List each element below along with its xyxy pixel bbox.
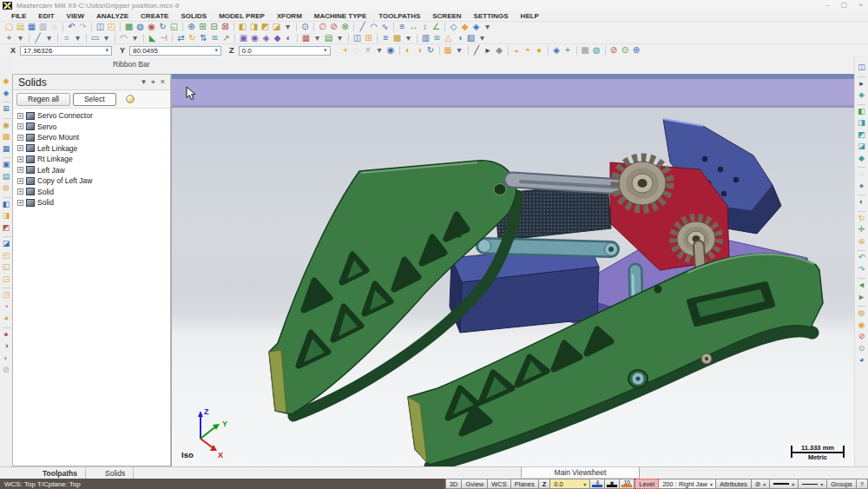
menu-solids[interactable]: SOLIDS — [174, 12, 213, 20]
status-3d-button[interactable]: 3D — [445, 479, 463, 489]
zoom-target-icon[interactable]: ⊕ — [186, 22, 197, 32]
z-coordinate-field[interactable]: 0.0▾ — [239, 46, 331, 56]
mirror-body-icon[interactable]: ◲ — [1, 274, 12, 287]
tree-item-solid[interactable]: +Solid — [13, 197, 170, 208]
menu-edit[interactable]: EDIT — [32, 12, 60, 20]
blank-solid-icon[interactable]: ◍ — [856, 308, 867, 320]
material-def-icon[interactable]: △ — [443, 33, 454, 43]
tab-solids[interactable]: Solids — [97, 467, 134, 479]
qm-all-icon[interactable]: ⊕ — [631, 45, 642, 56]
view-dropdown-icon[interactable]: ▾ — [482, 22, 493, 32]
gview-iso2-icon[interactable]: ◆ — [856, 154, 867, 166]
relief-icon[interactable]: ▩ — [1, 132, 12, 144]
tree-expander-icon[interactable]: + — [17, 178, 23, 184]
status-z-field[interactable]: 0.0 ▾ — [550, 479, 590, 489]
post-process-icon[interactable]: ▧ — [465, 33, 477, 43]
minimize-button[interactable]: – — [825, 1, 829, 9]
toolpath-pocket-icon[interactable]: ⊞ — [363, 33, 374, 43]
sim-verify-icon[interactable]: ◑ — [454, 33, 465, 43]
fast-point-icon[interactable]: ◐ — [403, 45, 414, 56]
tree-expander-icon[interactable]: + — [17, 145, 23, 151]
tree-item-servo[interactable]: +Servo — [13, 122, 170, 133]
menu-file[interactable]: FILE — [5, 12, 32, 20]
dynamic-spin-icon[interactable]: ↻ — [157, 22, 168, 32]
line-create-icon[interactable]: ╱ — [357, 22, 368, 32]
line-endpoints-icon[interactable]: ╱ — [32, 33, 43, 43]
rectangle-icon[interactable]: ▭ — [89, 33, 101, 43]
delete-entity-icon[interactable]: ∅ — [317, 22, 328, 32]
solid-sweep-icon[interactable]: ◈ — [260, 33, 272, 43]
panel-close-icon[interactable]: × — [161, 77, 165, 87]
point-dropdown-icon[interactable]: ▾ — [15, 33, 26, 43]
zoom-in-icon[interactable]: ⊞ — [197, 22, 208, 32]
translucency-icon[interactable]: ◍ — [1, 365, 12, 377]
dim-angle-icon[interactable]: ∠ — [431, 22, 442, 32]
gview-side-icon[interactable]: ◩ — [260, 22, 271, 32]
menu-view[interactable]: VIEW — [61, 12, 90, 20]
gview-top-icon[interactable]: ◧ — [237, 22, 248, 32]
circle-dropdown-icon[interactable]: ▾ — [72, 33, 83, 43]
gview-right-icon[interactable]: ◪ — [856, 142, 867, 154]
note-create-icon[interactable]: ≡ — [397, 22, 408, 32]
panel-pin-icon[interactable]: ⌖ — [151, 77, 155, 87]
delete-duplicates-icon[interactable]: ⊘ — [328, 22, 339, 32]
dim-horizontal-icon[interactable]: ↔ — [408, 22, 419, 32]
select-all-icon[interactable]: ◒ — [511, 45, 523, 56]
render-view-icon[interactable]: ● — [1, 330, 12, 342]
tree-expander-icon[interactable]: + — [17, 135, 23, 141]
xform-rotate-icon[interactable]: ↻ — [187, 33, 198, 43]
line-width-dropdown[interactable]: ▾ — [799, 479, 827, 489]
x-coordinate-field[interactable]: 17.96326▾ — [20, 46, 112, 56]
select-arrow-icon[interactable]: ▸ — [483, 45, 494, 56]
tree-expander-icon[interactable]: + — [17, 167, 23, 173]
menu-analyze[interactable]: ANALYZE — [90, 12, 135, 20]
chamfer-icon[interactable]: ◣ — [147, 33, 158, 43]
blank-entity-icon[interactable]: ◍ — [135, 22, 146, 32]
xform-mirror-icon[interactable]: ⇅ — [198, 33, 209, 43]
layout-c-icon[interactable]: ◕ — [1, 314, 12, 326]
zoom-fit-icon[interactable]: ⊕ — [856, 237, 867, 249]
solid-extrude-icon[interactable]: ▣ — [238, 33, 249, 43]
wireframe-toggle-icon[interactable]: ◐ — [1, 354, 12, 366]
view-manager-icon[interactable]: ◈ — [470, 22, 482, 32]
push-pull-icon[interactable]: ◧ — [1, 200, 12, 212]
fillet-icon[interactable]: ◠ — [118, 33, 129, 43]
print-icon[interactable]: ▥ — [37, 22, 49, 32]
unzoom-icon[interactable]: ⊠ — [220, 22, 231, 32]
tree-expander-icon[interactable]: + — [17, 188, 23, 195]
restore-button[interactable]: ▢ — [841, 1, 848, 9]
tree-item-left-linkage[interactable]: +Left Linkage — [13, 143, 170, 155]
clip-planes-icon[interactable]: ◐ — [856, 197, 867, 209]
close-button[interactable]: × — [858, 1, 863, 9]
qm-group-icon[interactable]: ⊙ — [620, 45, 631, 56]
menu-xform[interactable]: XFORM — [271, 12, 308, 20]
y-coordinate-field[interactable]: 80.0495▾ — [129, 46, 221, 56]
qm-result-icon[interactable]: ⊘ — [608, 45, 620, 56]
zoom-out-icon[interactable]: ⊟ — [208, 22, 220, 32]
select-entity-icon[interactable]: ▸ — [856, 79, 867, 91]
status-wcs-button[interactable]: WCS — [488, 479, 511, 489]
isolate-icon[interactable]: ⊙ — [856, 344, 867, 356]
post-dropdown-icon[interactable]: ▾ — [477, 33, 488, 43]
attributes-button[interactable]: Attributes — [716, 479, 752, 489]
dynamic-rotate-icon[interactable]: ↻ — [856, 214, 867, 226]
graphics-viewport[interactable]: Z Y X Iso 11.333 mm Metric — [171, 74, 854, 469]
align-body-icon[interactable]: ◪ — [1, 239, 12, 251]
rectangle-dropdown-icon[interactable]: ▾ — [101, 33, 112, 43]
tree-item-rt-linkage[interactable]: +Rt Linkage — [13, 154, 170, 165]
tree-expander-icon[interactable]: + — [17, 123, 23, 129]
surface-dropdown-icon[interactable]: ▾ — [312, 33, 323, 43]
gview-top2-icon[interactable]: ◨ — [856, 118, 867, 130]
hole-axis-icon[interactable]: ◍ — [1, 183, 12, 195]
entity-color-swatch[interactable]: 4 — [590, 479, 605, 489]
grid-settings-icon[interactable]: ▦ — [443, 45, 454, 56]
rotate-right-icon[interactable]: ↷ — [856, 265, 867, 277]
dim-vertical-icon[interactable]: ↕ — [419, 22, 431, 32]
level-color-swatch[interactable]: ■ — [605, 479, 620, 489]
grid-dropdown-icon[interactable]: ▾ — [403, 33, 414, 43]
tab-toolpaths[interactable]: Toolpaths — [35, 467, 86, 479]
gview-iso-icon[interactable]: ◪ — [271, 22, 282, 32]
levels-manager-icon[interactable]: ≡ — [380, 33, 391, 43]
solid-revolve-icon[interactable]: ◉ — [249, 33, 260, 43]
view-previous-icon[interactable]: ◄ — [856, 281, 867, 293]
